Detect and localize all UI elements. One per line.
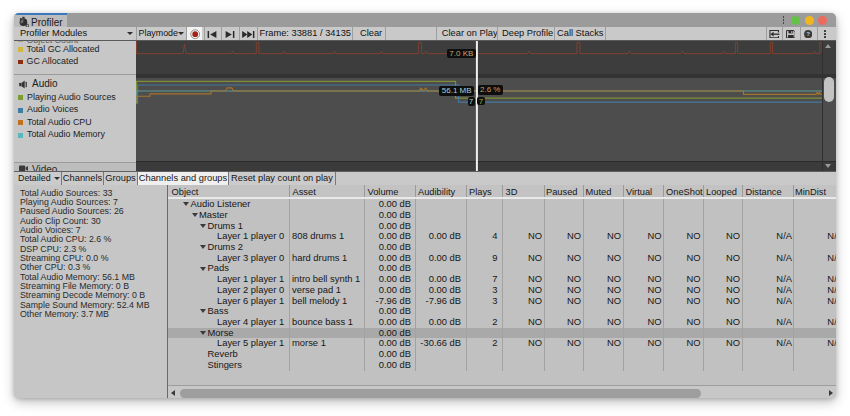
svg-text:?: ? [806, 30, 810, 37]
